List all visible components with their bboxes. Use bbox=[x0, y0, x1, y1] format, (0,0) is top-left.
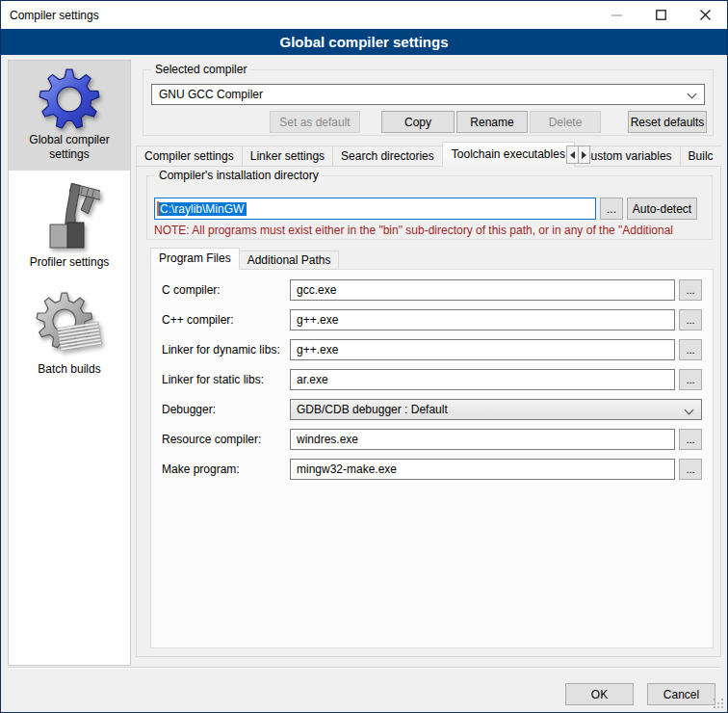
form-row-linker-static: Linker for static libs: ar.exe ... bbox=[162, 369, 706, 390]
field-label: Debugger: bbox=[162, 399, 216, 420]
title-bar: Compiler settings bbox=[1, 1, 727, 29]
form-row-debugger: Debugger: GDB/CDB debugger : Default bbox=[162, 399, 706, 420]
form-row-make-program: Make program: mingw32-make.exe ... bbox=[162, 459, 706, 480]
sidebar-item-batch-builds[interactable]: Batch builds bbox=[9, 289, 130, 377]
rename-button[interactable]: Rename bbox=[456, 111, 528, 133]
settings-category-sidebar: Global compiler settings Profiler settin… bbox=[8, 60, 131, 666]
page-title: Global compiler settings bbox=[1, 29, 727, 55]
caliper-icon bbox=[39, 180, 100, 253]
close-icon bbox=[700, 10, 711, 20]
gear-batch-icon bbox=[35, 289, 104, 360]
c-compiler-input[interactable]: gcc.exe bbox=[290, 279, 675, 301]
minimize-button[interactable] bbox=[594, 1, 638, 29]
installation-directory-input[interactable]: C:\raylib\MinGW bbox=[154, 198, 596, 220]
linker-static-input[interactable]: ar.exe bbox=[290, 369, 675, 390]
resource-compiler-browse-button[interactable]: ... bbox=[679, 429, 702, 450]
selected-compiler-dropdown[interactable]: GNU GCC Compiler bbox=[151, 84, 705, 105]
close-button[interactable] bbox=[683, 1, 727, 29]
browse-install-dir-button[interactable]: ... bbox=[600, 198, 623, 220]
group-label: Compiler's installation directory bbox=[155, 169, 323, 183]
sidebar-item-label: Global compiler settings bbox=[9, 131, 130, 162]
footer-separator bbox=[8, 667, 720, 668]
copy-button[interactable]: Copy bbox=[381, 111, 455, 133]
tab-build-options-truncated[interactable]: Builc bbox=[680, 145, 721, 167]
sidebar-item-label: Profiler settings bbox=[9, 253, 130, 270]
tab-scroll-right-button[interactable] bbox=[578, 145, 590, 164]
arrow-right-icon bbox=[582, 151, 586, 159]
subtab-program-files[interactable]: Program Files bbox=[150, 248, 240, 270]
maximize-button[interactable] bbox=[638, 1, 683, 29]
set-as-default-button[interactable]: Set as default bbox=[270, 111, 360, 133]
field-label: Make program: bbox=[162, 459, 240, 480]
tab-toolchain-executables[interactable]: Toolchain executables bbox=[442, 142, 575, 167]
selected-compiler-group: Selected compiler GNU GCC Compiler Set a… bbox=[143, 69, 714, 136]
linker-static-browse-button[interactable]: ... bbox=[679, 369, 702, 390]
group-label: Selected compiler bbox=[151, 63, 250, 77]
arrow-left-icon bbox=[570, 151, 575, 159]
sidebar-item-profiler-settings[interactable]: Profiler settings bbox=[9, 180, 130, 270]
minimize-icon bbox=[611, 10, 622, 20]
form-row-cpp-compiler: C++ compiler: g++.exe ... bbox=[162, 309, 706, 330]
note-text: NOTE: All programs must exist either in … bbox=[154, 224, 716, 237]
debugger-value: GDB/CDB debugger : Default bbox=[297, 403, 448, 416]
resize-grip[interactable] bbox=[713, 698, 724, 709]
make-program-browse-button[interactable]: ... bbox=[679, 459, 702, 480]
tab-search-directories[interactable]: Search directories bbox=[332, 145, 443, 167]
field-label: Resource compiler: bbox=[162, 429, 261, 450]
reset-defaults-button[interactable]: Reset defaults bbox=[628, 111, 707, 133]
program-files-tab-strip: Program Files Additional Paths bbox=[150, 248, 339, 270]
caption-buttons bbox=[594, 1, 727, 29]
tab-linker-settings[interactable]: Linker settings bbox=[242, 145, 333, 167]
make-program-input[interactable]: mingw32-make.exe bbox=[290, 459, 675, 480]
c-compiler-browse-button[interactable]: ... bbox=[679, 279, 702, 301]
form-row-resource-compiler: Resource compiler: windres.exe ... bbox=[162, 429, 706, 450]
window-title: Compiler settings bbox=[1, 9, 99, 22]
field-label: C compiler: bbox=[162, 279, 221, 301]
gear-blue-icon bbox=[38, 67, 101, 131]
maximize-icon bbox=[656, 10, 666, 20]
linker-dynamic-input[interactable]: g++.exe bbox=[290, 339, 675, 360]
subtab-additional-paths[interactable]: Additional Paths bbox=[239, 251, 340, 270]
form-row-linker-dynamic: Linker for dynamic libs: g++.exe ... bbox=[162, 339, 706, 360]
linker-dynamic-browse-button[interactable]: ... bbox=[679, 339, 702, 360]
auto-detect-button[interactable]: Auto-detect bbox=[627, 198, 697, 220]
selected-text: C:\raylib\MinGW bbox=[159, 202, 247, 216]
delete-button[interactable]: Delete bbox=[530, 111, 601, 133]
tab-scroll-arrows bbox=[567, 145, 592, 164]
sidebar-item-global-compiler-settings[interactable]: Global compiler settings bbox=[9, 61, 130, 171]
field-label: Linker for static libs: bbox=[162, 369, 264, 390]
sidebar-item-label: Batch builds bbox=[9, 360, 130, 377]
compiler-settings-dialog: Compiler settings Global compiler settin… bbox=[0, 0, 728, 713]
field-label: Linker for dynamic libs: bbox=[162, 339, 280, 360]
selected-compiler-value: GNU GCC Compiler bbox=[159, 88, 263, 101]
tab-compiler-settings[interactable]: Compiler settings bbox=[136, 145, 243, 167]
settings-tab-strip: Compiler settings Linker settings Search… bbox=[136, 142, 721, 167]
field-label: C++ compiler: bbox=[162, 309, 234, 330]
cpp-compiler-input[interactable]: g++.exe bbox=[290, 309, 675, 330]
chevron-down-icon bbox=[688, 90, 697, 99]
cpp-compiler-browse-button[interactable]: ... bbox=[679, 309, 702, 330]
ok-button[interactable]: OK bbox=[565, 683, 634, 705]
chevron-down-icon bbox=[685, 406, 694, 415]
form-row-c-compiler: C compiler: gcc.exe ... bbox=[162, 279, 706, 301]
debugger-dropdown[interactable]: GDB/CDB debugger : Default bbox=[290, 399, 702, 420]
cancel-button[interactable]: Cancel bbox=[647, 683, 715, 705]
resource-compiler-input[interactable]: windres.exe bbox=[290, 429, 675, 450]
